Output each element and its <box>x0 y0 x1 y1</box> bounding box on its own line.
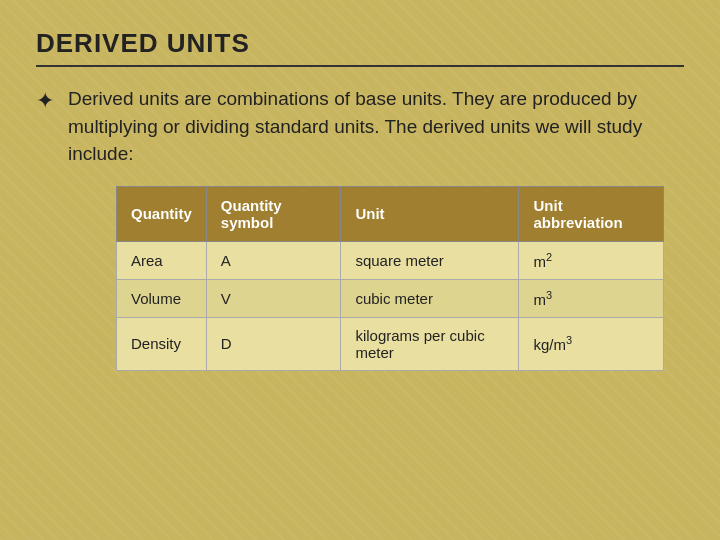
cell-unit: cubic meter <box>341 279 519 317</box>
bullet-icon: ✦ <box>36 85 54 117</box>
cell-abbreviation: m3 <box>519 279 664 317</box>
table-row: VolumeVcubic meterm3 <box>117 279 664 317</box>
col-header-quantity-symbol: Quantity symbol <box>206 186 341 241</box>
cell-quantity: Density <box>117 317 207 370</box>
bullet-paragraph: ✦ Derived units are combinations of base… <box>36 85 684 168</box>
cell-quantity: Area <box>117 241 207 279</box>
cell-unit: square meter <box>341 241 519 279</box>
page-container: DERIVED UNITS ✦ Derived units are combin… <box>0 0 720 540</box>
table-row: DensityDkilograms per cubic meterkg/m3 <box>117 317 664 370</box>
cell-unit: kilograms per cubic meter <box>341 317 519 370</box>
col-header-unit-abbreviation: Unit abbreviation <box>519 186 664 241</box>
content-section: ✦ Derived units are combinations of base… <box>36 85 684 371</box>
page-title: DERIVED UNITS <box>36 28 684 59</box>
cell-symbol: D <box>206 317 341 370</box>
cell-abbreviation: kg/m3 <box>519 317 664 370</box>
col-header-unit: Unit <box>341 186 519 241</box>
title-section: DERIVED UNITS <box>36 28 684 67</box>
cell-abbreviation: m2 <box>519 241 664 279</box>
table-row: AreaAsquare meterm2 <box>117 241 664 279</box>
cell-quantity: Volume <box>117 279 207 317</box>
cell-symbol: A <box>206 241 341 279</box>
cell-symbol: V <box>206 279 341 317</box>
bullet-text-content: Derived units are combinations of base u… <box>68 88 642 164</box>
table-header-row: Quantity Quantity symbol Unit Unit abbre… <box>117 186 664 241</box>
derived-units-table: Quantity Quantity symbol Unit Unit abbre… <box>116 186 664 371</box>
table-wrapper: Quantity Quantity symbol Unit Unit abbre… <box>116 186 664 371</box>
col-header-quantity: Quantity <box>117 186 207 241</box>
